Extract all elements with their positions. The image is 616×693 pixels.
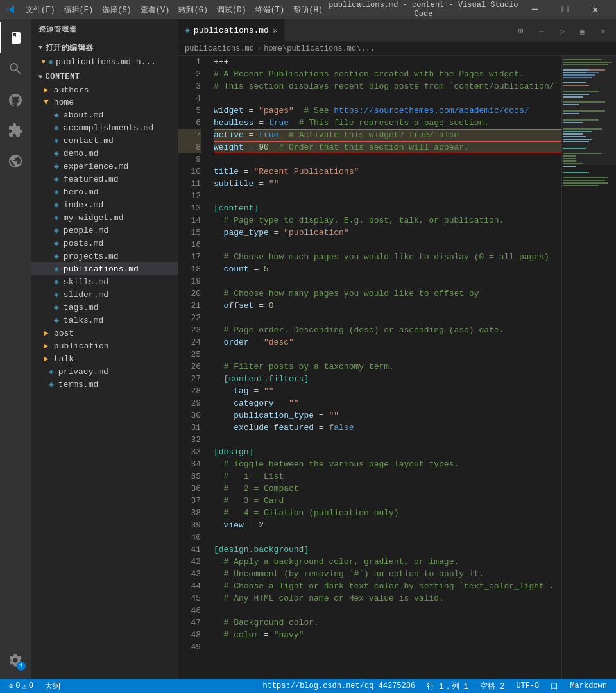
token: # 2 = Compact — [214, 483, 299, 495]
split-editor-button[interactable]: ⊞ — [511, 22, 531, 41]
md-icon: ◈ — [54, 302, 59, 312]
file-terms[interactable]: ◈ terms.md — [31, 378, 178, 391]
status-errors[interactable]: ⊘ 0 ⚠ 0 — [6, 681, 36, 691]
tree-item-post[interactable]: ▶ post — [31, 327, 178, 339]
file-slider[interactable]: ◈ slider.md — [31, 288, 178, 301]
file-people[interactable]: ◈ people.md — [31, 224, 178, 237]
line-number: 46 — [178, 604, 201, 617]
explorer-icon[interactable] — [0, 22, 31, 53]
file-label: index.md — [64, 200, 103, 210]
code-line: active = true # Activate this widget? tr… — [214, 129, 561, 141]
file-privacy[interactable]: ◈ privacy.md — [31, 365, 178, 378]
maximize-button[interactable]: □ — [551, 0, 579, 19]
file-contact[interactable]: ◈ contact.md — [31, 134, 178, 147]
status-language[interactable]: Markdown — [567, 681, 610, 690]
file-featured[interactable]: ◈ featured.md — [31, 173, 178, 185]
extensions-icon[interactable] — [0, 115, 31, 146]
token: [design] — [214, 446, 253, 458]
titlebar-controls[interactable]: ─ □ ✕ — [520, 0, 610, 19]
line-number: 13 — [178, 202, 201, 214]
file-hero[interactable]: ◈ hero.md — [31, 185, 178, 198]
breadcrumb-sep: › — [257, 44, 261, 53]
run-button[interactable]: ▷ — [552, 22, 572, 41]
tree-item-home[interactable]: ▼ home — [31, 96, 178, 108]
git-icon[interactable] — [0, 84, 31, 115]
content-header[interactable]: ▼ CONTENT — [31, 71, 178, 83]
close-editor-button[interactable]: ✕ — [594, 22, 613, 41]
status-spaces[interactable]: 空格 2 — [477, 681, 507, 692]
code-line: [design.background] — [214, 543, 561, 556]
file-posts[interactable]: ◈ posts.md — [31, 237, 178, 250]
tab-publications[interactable]: ◈ publications.md ✕ — [178, 19, 285, 41]
breadcrumb-file[interactable]: publications.md — [185, 44, 254, 53]
status-outline[interactable]: 大纲 — [42, 681, 63, 692]
token: # Any HTML color name or Hex value is va… — [214, 592, 444, 604]
file-accomplishments[interactable]: ◈ accomplishments.md — [31, 121, 178, 134]
token: = — [274, 397, 289, 409]
tab-close-button[interactable]: ✕ — [273, 25, 278, 36]
file-label: talks.md — [64, 316, 103, 325]
line-number: 18 — [178, 263, 201, 275]
code-content[interactable]: +++# A Recent Publications section creat… — [207, 56, 561, 679]
file-projects[interactable]: ◈ projects.md — [31, 250, 178, 262]
file-about[interactable]: ◈ about.md — [31, 108, 178, 121]
status-eol[interactable]: 口 — [548, 681, 561, 692]
file-tags[interactable]: ◈ tags.md — [31, 301, 178, 314]
menu-edit[interactable]: 编辑(E) — [60, 3, 98, 17]
file-skills[interactable]: ◈ skills.md — [31, 275, 178, 288]
minimize-button[interactable]: ─ — [520, 0, 549, 19]
menu-goto[interactable]: 转到(G) — [175, 3, 212, 17]
menu-file[interactable]: 文件(F) — [22, 3, 59, 17]
token: = — [314, 409, 329, 422]
search-icon[interactable] — [0, 53, 31, 84]
status-left: ⊘ 0 ⚠ 0 大纲 — [6, 681, 63, 692]
code-line — [214, 153, 561, 166]
more-actions-button[interactable]: ⋯ — [532, 22, 551, 41]
file-my-widget[interactable]: ◈ my-widget.md — [31, 211, 178, 224]
close-button[interactable]: ✕ — [581, 0, 610, 19]
file-label: skills.md — [64, 277, 108, 287]
titlebar-menu[interactable]: 文件(F) 编辑(E) 选择(S) 查看(V) 转到(G) 调试(D) 终端(T… — [22, 3, 327, 17]
file-talks[interactable]: ◈ talks.md — [31, 314, 178, 327]
code-editor[interactable]: 1234567891011121314151617181920212223242… — [178, 56, 561, 679]
file-experience[interactable]: ◈ experience.md — [31, 160, 178, 173]
token: category — [214, 397, 274, 409]
code-line: order = "desc" — [214, 336, 561, 348]
token: headless — [214, 117, 253, 129]
token: "" — [329, 409, 339, 422]
tree-item-authors[interactable]: ▶ authors — [31, 83, 178, 96]
settings-icon[interactable]: 1 — [0, 645, 31, 676]
menu-view[interactable]: 查看(V) — [137, 3, 174, 17]
menu-help[interactable]: 帮助(H) — [289, 3, 327, 17]
token: # color — [214, 629, 259, 641]
svg-rect-38 — [563, 185, 599, 186]
breadcrumb-path[interactable]: home\publications.md\... — [264, 44, 375, 53]
file-demo[interactable]: ◈ demo.md — [31, 147, 178, 160]
file-index[interactable]: ◈ index.md — [31, 198, 178, 211]
split-right-button[interactable]: ▣ — [573, 22, 592, 41]
open-editors-header[interactable]: ▼ 打开的编辑器 — [31, 40, 178, 55]
tree-item-talk[interactable]: ▶ talk — [31, 352, 178, 365]
code-line: count = 5 — [214, 263, 561, 275]
token: offset — [214, 300, 253, 312]
talk-folder-icon: ▶ — [44, 354, 49, 364]
open-editor-item[interactable]: ● ◈ publications.md h... — [31, 55, 178, 68]
token: "Recent Publications" — [253, 166, 359, 178]
error-count: 0 — [15, 681, 20, 690]
editor-area[interactable]: 1234567891011121314151617181920212223242… — [178, 56, 561, 679]
md-icon: ◈ — [49, 366, 54, 377]
status-encoding[interactable]: UTF-8 — [513, 681, 542, 690]
line-number: 6 — [178, 117, 201, 129]
file-publications[interactable]: ◈ publications.md — [31, 262, 178, 275]
status-url[interactable]: https://blog.csdn.net/qq_44275286 — [261, 681, 418, 690]
content-section: ▼ CONTENT ▶ authors ▼ home ◈ about.md ◈ … — [31, 69, 178, 392]
menu-select[interactable]: 选择(S) — [98, 3, 135, 17]
menu-terminal[interactable]: 终端(T) — [252, 3, 289, 17]
remote-icon[interactable] — [0, 146, 31, 176]
token: title — [214, 166, 239, 178]
status-line[interactable]: 行 1，列 1 — [424, 681, 471, 692]
line-number: 24 — [178, 336, 201, 348]
tree-item-publication[interactable]: ▶ publication — [31, 339, 178, 352]
token: # Background color. — [214, 617, 319, 629]
menu-debug[interactable]: 调试(D) — [213, 3, 250, 17]
